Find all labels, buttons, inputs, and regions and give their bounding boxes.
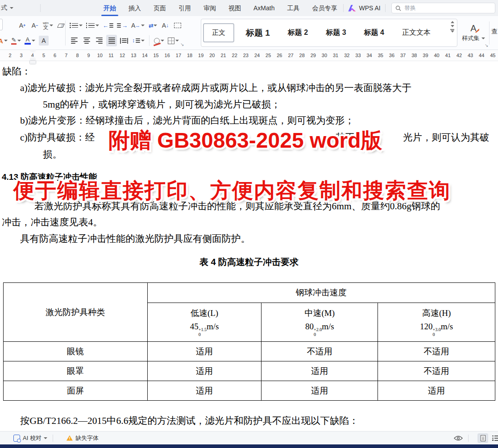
- ruler-number: 35: [377, 53, 384, 58]
- sort-icon[interactable]: A↓: [160, 20, 170, 31]
- ruler-number: 6: [51, 53, 58, 58]
- increase-font-icon[interactable]: A+: [17, 20, 28, 31]
- eye-protection-icon[interactable]: [454, 435, 463, 441]
- distribute-icon[interactable]: [119, 35, 129, 46]
- tab-视图[interactable]: 视图: [228, 0, 241, 16]
- align-left-icon[interactable]: [69, 35, 79, 46]
- paragraph-dialog-launcher-icon[interactable]: ↘: [180, 42, 184, 47]
- paragraph-laser-2: 冲击，冲击速度见表4。: [2, 216, 103, 228]
- menu-divider: [385, 4, 386, 12]
- table-row: 眼罩适用适用不适用: [4, 361, 495, 381]
- page-view-button[interactable]: [477, 433, 488, 443]
- shading-color-icon[interactable]: [153, 35, 165, 46]
- warning-icon: [66, 436, 73, 441]
- tab-工具[interactable]: 工具: [287, 0, 299, 16]
- table-4: 激光防护具种类 钢球冲击速度 低速(L)45+1.50m/s中速(M)80+2.…: [3, 282, 495, 401]
- horizontal-ruler[interactable]: 2345678910111213141516171819202122232425…: [0, 50, 498, 61]
- decrease-font-icon[interactable]: A−: [29, 20, 40, 31]
- align-center-icon[interactable]: [81, 35, 92, 46]
- bullet-list-icon[interactable]: [69, 20, 83, 31]
- left-indent-marker[interactable]: [30, 61, 36, 64]
- style-item-4[interactable]: 标题 3: [326, 28, 346, 37]
- table-speed-col-2: 中速(M)80+2.00m/s: [261, 303, 378, 342]
- case-convert-icon[interactable]: ⇄: [147, 20, 158, 31]
- gallery-scroll-up-icon[interactable]: [451, 21, 454, 23]
- tab-AxMath[interactable]: AxMath: [253, 0, 274, 16]
- tab-开始[interactable]: 开始: [104, 0, 116, 16]
- table-cell-kind: 眼镜: [4, 342, 148, 361]
- style-item-3[interactable]: 标题 2: [288, 28, 308, 37]
- ruler-number: 42: [456, 53, 463, 58]
- table-4-title: 表 4 防高速粒子冲击要求: [0, 256, 498, 268]
- ruler-number: 21: [220, 53, 227, 58]
- tab-页面[interactable]: 页面: [154, 0, 166, 16]
- ruler-number: 15: [153, 53, 160, 58]
- borders-icon[interactable]: [167, 35, 180, 46]
- line-spacing-icon[interactable]: ↕: [131, 35, 145, 46]
- font-color-icon[interactable]: A: [24, 35, 36, 46]
- wps-ai-button[interactable]: WPS AI: [348, 4, 380, 12]
- watermark-line-2: 便于编辑直接打印、方便内容复制和搜索查询 便于编辑直接打印、方便内容复制和搜索查…: [13, 177, 451, 205]
- character-shading-icon[interactable]: A: [38, 35, 50, 46]
- format-menu-partial[interactable]: 式: [1, 4, 67, 12]
- gallery-scroll-down-icon[interactable]: [451, 25, 454, 27]
- style-item-2[interactable]: 标题 1: [246, 27, 270, 39]
- ruler-number: 3: [18, 53, 25, 58]
- find-button-partial[interactable]: 查: [491, 28, 498, 36]
- ruler-number: 25: [265, 53, 272, 58]
- style-set-button[interactable]: A 样式集: [461, 20, 486, 46]
- toolbar-row2-group2: ↕: [68, 34, 181, 47]
- font-name-box-partial[interactable]: [0, 19, 3, 30]
- ruler-number: 38: [411, 53, 418, 58]
- menu-divider: [40, 4, 41, 12]
- ruler-number: 5: [40, 53, 47, 58]
- ruler-number: 9: [85, 53, 92, 58]
- ai-proofread-button[interactable]: AI 校对: [23, 434, 42, 442]
- outline-view-icon[interactable]: [492, 436, 498, 440]
- tab-会员专享[interactable]: 会员专享: [312, 0, 337, 16]
- document-canvas[interactable]: 缺陷： a)滤光片破损：滤光片完全裂开或者碎成两片或两片以上，或从钢球冲击的另一…: [0, 61, 498, 431]
- style-item-5[interactable]: 标题 4: [364, 28, 384, 37]
- styles-dialog-launcher-icon[interactable]: ↘: [485, 43, 488, 48]
- ruler-number: 24: [253, 53, 261, 58]
- table-cell: 不适用: [378, 342, 495, 361]
- character-scale-icon[interactable]: A↔: [130, 20, 145, 31]
- ruler-number: 32: [343, 53, 350, 58]
- numbered-list-icon[interactable]: [85, 20, 100, 31]
- chevron-down-icon: [44, 437, 47, 439]
- list-item-b: b)滤光片变形：经钢球撞击后，滤光片背面的白纸上出现斑点，则可视为变形；: [20, 114, 354, 127]
- table-cell: 不适用: [261, 342, 378, 361]
- paragraph-test-method: 按GB/T2166.2—2015中6.6规定的方法测试，滤光片和防护具不应出现以…: [20, 414, 358, 427]
- increase-indent-icon[interactable]: →: [116, 20, 129, 31]
- search-input[interactable]: 替换: [391, 3, 495, 13]
- ruler-number: 22: [231, 53, 238, 58]
- table-cell: 适用: [378, 381, 495, 401]
- decrease-indent-icon[interactable]: ←: [102, 20, 114, 31]
- ruler-number: 37: [399, 53, 407, 58]
- highlight-color-icon[interactable]: ✎: [10, 35, 22, 46]
- styles-list: 正文标题 1标题 2标题 3标题 4正文文本: [201, 23, 457, 42]
- ruler-number: 8: [74, 53, 81, 58]
- style-item-1[interactable]: 正文: [203, 23, 234, 42]
- ruler-number: 27: [287, 53, 295, 58]
- tab-审阅[interactable]: 审阅: [203, 0, 216, 16]
- tab-引用[interactable]: 引用: [178, 0, 191, 16]
- list-item-a: a)滤光片破损：滤光片完全裂开或者碎成两片或两片以上，或从钢球冲击的另一表面脱落…: [20, 81, 411, 94]
- justify-icon[interactable]: [106, 35, 117, 46]
- align-right-icon[interactable]: [94, 35, 104, 46]
- ruler-number: 30: [321, 53, 328, 58]
- search-icon: [395, 5, 401, 11]
- ruler-number: 43: [467, 53, 474, 58]
- text-frame-icon[interactable]: [172, 20, 183, 31]
- toolbar-row1-group2: ← → A↔ ⇄ A↓: [68, 19, 184, 32]
- tab-插入[interactable]: 插入: [129, 0, 141, 16]
- page-view-icon: [481, 435, 486, 441]
- text-effects-icon[interactable]: A: [0, 35, 8, 46]
- gallery-more-icon[interactable]: [450, 29, 454, 33]
- table-cell: 适用: [261, 361, 378, 381]
- pinyin-guide-icon[interactable]: wén文: [42, 20, 54, 31]
- search-placeholder: 替换: [404, 4, 416, 12]
- missing-font-button[interactable]: 缺失字体: [75, 434, 99, 442]
- ribbon-toolbar: A+ A− wén文 A ✎ A A ← →: [0, 16, 498, 50]
- style-item-6[interactable]: 正文文本: [402, 28, 431, 37]
